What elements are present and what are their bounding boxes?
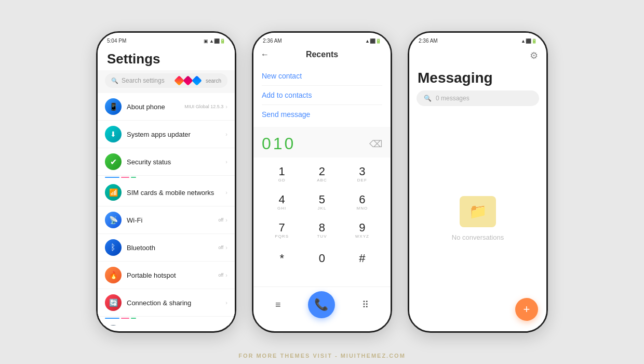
time-messaging: 2:36 AM	[419, 38, 438, 44]
key-hash[interactable]: #	[345, 245, 379, 272]
hotspot-status: off	[218, 272, 223, 278]
msg-search-icon: 🔍	[424, 95, 432, 102]
settings-item-wifi[interactable]: 📡 Wi-Fi off ›	[98, 206, 235, 234]
status-icons-messaging: ▲⬛🔋	[521, 38, 537, 44]
settings-item-lockscreen[interactable]: 🔒 Lock screen ›	[98, 320, 235, 326]
system-apps-icon: ⬇	[105, 126, 122, 142]
watermark: FOR MORE THEMES VISIT - MIUITHEMEZ.COM	[238, 353, 406, 359]
security-label: Security status	[127, 158, 220, 166]
search-decorations	[176, 77, 200, 84]
messaging-title: Messaging	[409, 66, 546, 88]
key-8[interactable]: 8TUV	[305, 217, 339, 244]
key-0[interactable]: 0	[305, 245, 339, 272]
sep-seg-4	[105, 318, 119, 319]
about-phone-version: MIUI Global 12.5.3	[184, 104, 223, 109]
phone-dialer: 2:36 AM ▲⬛🔋 ← Recents New contact Add to…	[252, 31, 392, 333]
system-apps-info: System apps updater	[127, 131, 220, 138]
settings-item-hotspot[interactable]: 🔥 Portable hotspot off ›	[98, 262, 235, 289]
connection-chevron: ›	[225, 300, 227, 306]
time-settings: 5:04 PM	[107, 38, 126, 44]
key-star[interactable]: *	[265, 245, 299, 272]
key-5[interactable]: 5JKL	[305, 189, 339, 216]
security-chevron: ›	[225, 159, 227, 165]
status-bar-dialer: 2:36 AM ▲⬛🔋	[253, 33, 391, 46]
sim-label: SIM cards & mobile networks	[127, 189, 220, 197]
settings-item-system-apps[interactable]: ⬇ System apps updater ›	[98, 121, 235, 148]
system-apps-right: ›	[225, 131, 227, 137]
settings-list: 📱 About phone MIUI Global 12.5.3 › ⬇ Sys…	[98, 93, 235, 326]
dialed-number: 010	[262, 134, 296, 153]
sim-icon: 📶	[105, 184, 122, 201]
bluetooth-label: Bluetooth	[127, 244, 213, 252]
settings-item-security[interactable]: ✔ Security status ›	[98, 148, 235, 176]
dialpad-icon[interactable]: ⠿	[362, 299, 369, 310]
bluetooth-status: off	[218, 245, 223, 250]
status-bar-settings: 5:04 PM ▣ ▲⬛🔋	[98, 33, 235, 46]
key-2[interactable]: 2ABC	[305, 161, 339, 188]
status-icons-dialer: ▲⬛🔋	[365, 38, 381, 44]
recents-title: Recents	[306, 50, 338, 59]
settings-item-connection[interactable]: 🔄 Connection & sharing ›	[98, 289, 235, 317]
keypad-row-1: 1GD 2ABC 3DEF	[262, 161, 382, 188]
system-apps-chevron: ›	[225, 131, 227, 137]
key-3[interactable]: 3DEF	[345, 161, 379, 188]
menu-icon[interactable]: ≡	[275, 300, 281, 310]
wifi-info: Wi-Fi	[127, 216, 213, 224]
no-conversations-text: No conversations	[452, 233, 504, 241]
separator-1	[105, 177, 227, 178]
dialer-bottom-bar: ≡ 📞 ⠿	[253, 287, 391, 326]
wifi-icon: 📡	[105, 212, 122, 228]
settings-screen: Settings 🔍 Search settings search 📱 Abou…	[98, 46, 235, 326]
key-9[interactable]: 9WXYZ	[345, 217, 379, 244]
sim-right: ›	[225, 189, 227, 196]
bluetooth-icon: ᛒ	[105, 239, 122, 256]
back-button[interactable]: ←	[261, 50, 269, 59]
key-7[interactable]: 7PQRS	[265, 217, 299, 244]
connection-label: Connection & sharing	[127, 299, 220, 307]
msg-search-placeholder: 0 messages	[436, 95, 469, 102]
messaging-search-bar[interactable]: 🔍 0 messages	[417, 90, 539, 106]
settings-title: Settings	[98, 46, 235, 70]
connection-icon: 🔄	[105, 294, 122, 311]
send-message-button[interactable]: Send message	[262, 105, 382, 124]
deco-diamond-3	[192, 75, 202, 86]
wifi-right: off ›	[218, 217, 227, 223]
sep-seg-1	[105, 177, 119, 178]
about-phone-info: About phone	[127, 103, 179, 111]
phone-messaging: 2:36 AM ▲⬛🔋 ⚙ Messaging 🔍 0 messages 📁 N…	[408, 31, 548, 333]
dialer-screen: ← Recents New contact Add to contacts Se…	[253, 46, 391, 326]
sim-chevron: ›	[225, 189, 227, 196]
key-1[interactable]: 1GD	[265, 161, 299, 188]
new-contact-button[interactable]: New contact	[262, 67, 382, 86]
keypad-row-3: 7PQRS 8TUV 9WXYZ	[262, 217, 382, 244]
connection-info: Connection & sharing	[127, 299, 220, 307]
compose-button[interactable]: +	[515, 298, 538, 321]
call-button[interactable]: 📞	[308, 291, 335, 318]
lockscreen-icon: 🔒	[105, 325, 122, 326]
settings-item-bluetooth[interactable]: ᛒ Bluetooth off ›	[98, 234, 235, 262]
hotspot-chevron: ›	[225, 272, 227, 278]
separator-2	[105, 318, 227, 319]
hotspot-icon: 🔥	[105, 267, 122, 283]
key-6[interactable]: 6MNO	[345, 189, 379, 216]
bluetooth-right: off ›	[218, 244, 227, 251]
hotspot-right: off ›	[218, 272, 227, 278]
sep-seg-2	[121, 177, 129, 178]
settings-search-bar[interactable]: 🔍 Search settings search	[105, 73, 227, 88]
about-phone-right: MIUI Global 12.5.3 ›	[184, 103, 227, 110]
search-button[interactable]: search	[206, 78, 221, 84]
hotspot-info: Portable hotspot	[127, 271, 213, 279]
gear-icon[interactable]: ⚙	[530, 50, 538, 61]
keypad-row-2: 4GHI 5JKL 6MNO	[262, 189, 382, 216]
key-4[interactable]: 4GHI	[265, 189, 299, 216]
sim-info: SIM cards & mobile networks	[127, 189, 220, 197]
bluetooth-info: Bluetooth	[127, 244, 213, 252]
system-apps-label: System apps updater	[127, 131, 220, 138]
about-phone-label: About phone	[127, 103, 179, 111]
messaging-screen: ⚙ Messaging 🔍 0 messages 📁 No conversati…	[409, 46, 546, 326]
delete-button[interactable]: ⌫	[369, 138, 382, 150]
settings-item-about-phone[interactable]: 📱 About phone MIUI Global 12.5.3 ›	[98, 93, 235, 121]
hotspot-label: Portable hotspot	[127, 271, 213, 279]
add-to-contacts-button[interactable]: Add to contacts	[262, 86, 382, 105]
settings-item-sim[interactable]: 📶 SIM cards & mobile networks ›	[98, 179, 235, 206]
